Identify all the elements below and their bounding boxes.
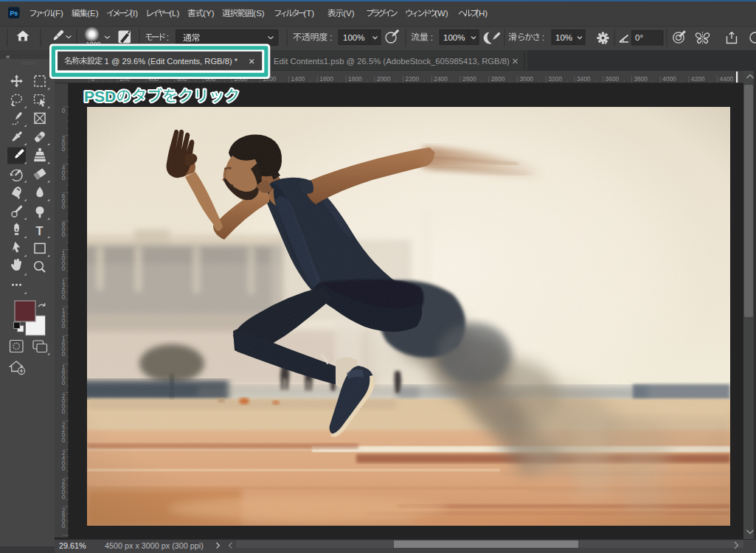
svg-text:Edit Contents1.psb @ 26.5% (Ad: Edit Contents1.psb @ 26.5% (AdobeStock_6…: [274, 57, 510, 66]
svg-text:0: 0: [62, 351, 66, 358]
svg-text:(L): (L): [169, 9, 179, 18]
svg-text:0: 0: [62, 408, 66, 415]
svg-text:0: 0: [62, 323, 66, 330]
svg-text:10%: 10%: [555, 33, 572, 42]
svg-text:0: 0: [62, 232, 66, 238]
svg-text:29.61%: 29.61%: [59, 541, 86, 550]
svg-text:(S): (S): [253, 9, 265, 18]
svg-text:(V): (V): [343, 9, 355, 18]
svg-text:100%: 100%: [443, 33, 465, 42]
svg-text:0°: 0°: [635, 33, 643, 42]
svg-text:(T): (T): [303, 9, 314, 18]
svg-text:0: 0: [62, 204, 66, 210]
svg-text::: :: [327, 32, 333, 43]
svg-text:(F): (F): [52, 9, 63, 18]
svg-text:0: 0: [62, 294, 66, 301]
svg-text:0: 0: [62, 523, 66, 529]
svg-text:1 @ 29.6% (Edit Contents, RGB/: 1 @ 29.6% (Edit Contents, RGB/8) *: [103, 57, 238, 66]
svg-text:(I): (I): [130, 9, 138, 18]
svg-text:(H): (H): [476, 9, 488, 18]
svg-text:0: 0: [62, 437, 66, 444]
svg-text:Ps: Ps: [10, 10, 18, 17]
svg-text:100%: 100%: [343, 33, 364, 42]
svg-text:0: 0: [62, 146, 66, 153]
svg-text:(W): (W): [434, 9, 448, 18]
svg-text:0: 0: [62, 108, 66, 114]
svg-text:0: 0: [62, 465, 66, 472]
svg-text:(E): (E): [87, 9, 99, 18]
svg-text:4500 px x 3000 px (300 ppi): 4500 px x 3000 px (300 ppi): [105, 541, 204, 550]
svg-text::: :: [539, 32, 544, 43]
svg-text:0: 0: [62, 175, 66, 181]
svg-text:«: «: [6, 52, 10, 60]
svg-text::: :: [429, 32, 434, 43]
svg-text:0: 0: [62, 494, 66, 501]
svg-text::: :: [164, 32, 169, 43]
svg-text:PSD: PSD: [84, 88, 116, 105]
svg-text:0: 0: [62, 265, 66, 272]
svg-text:(Y): (Y): [203, 9, 215, 18]
svg-text:0: 0: [62, 380, 66, 386]
svg-text:T: T: [36, 224, 44, 237]
